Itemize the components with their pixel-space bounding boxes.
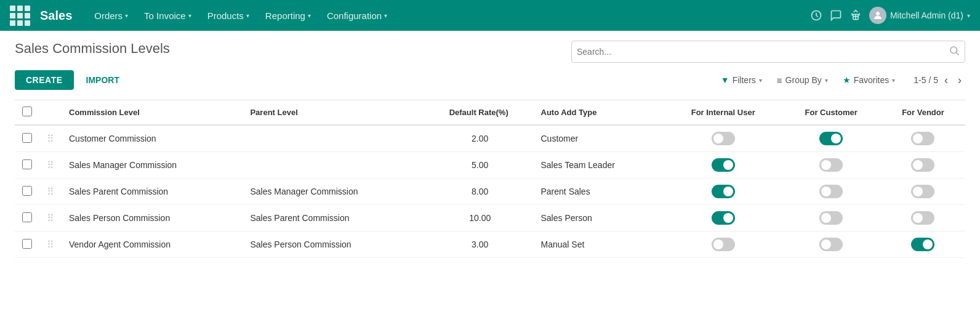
search-box[interactable]: [571, 41, 965, 63]
for-customer-cell[interactable]: [781, 125, 881, 152]
apps-grid-icon[interactable]: [10, 6, 30, 26]
col-header-for-customer[interactable]: For Customer: [781, 100, 881, 125]
commission-level-cell[interactable]: Sales Person Commission: [62, 205, 243, 231]
bug-icon[interactable]: [849, 9, 862, 22]
row-checkbox[interactable]: [22, 239, 32, 249]
for-vendor-cell[interactable]: [881, 231, 965, 258]
toggle-slider: [911, 158, 934, 172]
drag-handle-cell[interactable]: ⠿: [39, 125, 62, 152]
row-checkbox[interactable]: [22, 159, 32, 169]
for-vendor-toggle[interactable]: [911, 132, 934, 145]
svg-point-5: [950, 47, 957, 54]
drag-handle-cell[interactable]: ⠿: [39, 152, 62, 179]
col-header-for-vendor[interactable]: For Vendor: [881, 100, 965, 125]
nav-configuration[interactable]: Configuration ▾: [319, 6, 395, 26]
col-header-for-internal-user[interactable]: For Internal User: [665, 100, 781, 125]
nav-orders[interactable]: Orders ▾: [87, 6, 135, 26]
for-internal-user-cell[interactable]: [665, 125, 781, 152]
toggle-slider: [819, 238, 843, 251]
auto-add-type-cell: Parent Sales: [534, 179, 665, 205]
internal-user-toggle[interactable]: [712, 185, 735, 198]
for-internal-user-cell[interactable]: [665, 205, 781, 231]
drag-handle-cell[interactable]: ⠿: [39, 231, 62, 258]
for-internal-user-cell[interactable]: [665, 179, 781, 205]
internal-user-toggle[interactable]: [712, 158, 735, 172]
for-vendor-toggle[interactable]: [911, 158, 934, 172]
search-icon[interactable]: [949, 45, 960, 59]
table-row: ⠿ Sales Person Commission Sales Parent C…: [15, 205, 965, 231]
for-vendor-cell[interactable]: [881, 205, 965, 231]
row-checkbox[interactable]: [22, 186, 32, 196]
for-vendor-cell[interactable]: [881, 125, 965, 152]
user-menu[interactable]: Mitchell Admin (d1) ▾: [869, 7, 970, 24]
for-customer-toggle[interactable]: [819, 158, 843, 172]
col-header-auto-add-type[interactable]: Auto Add Type: [534, 100, 665, 125]
for-internal-user-cell[interactable]: [665, 152, 781, 179]
for-customer-cell[interactable]: [781, 231, 881, 258]
auto-add-type-cell: Manual Set: [534, 231, 665, 258]
for-internal-user-cell[interactable]: [665, 231, 781, 258]
for-customer-toggle[interactable]: [819, 238, 843, 251]
for-customer-cell[interactable]: [781, 179, 881, 205]
for-customer-toggle[interactable]: [819, 211, 843, 225]
drag-handle-icon[interactable]: ⠿: [47, 239, 54, 251]
toggle-slider: [712, 238, 735, 251]
internal-user-toggle[interactable]: [712, 238, 735, 251]
drag-handle-icon[interactable]: ⠿: [47, 212, 54, 224]
chat-icon[interactable]: [830, 9, 842, 22]
commission-level-cell[interactable]: Customer Commission: [62, 125, 243, 152]
row-checkbox-cell[interactable]: [15, 125, 39, 152]
chevron-down-icon: ▾: [892, 77, 895, 84]
toggle-slider: [911, 211, 934, 225]
groupby-button[interactable]: ≡ Group By ▾: [771, 71, 834, 89]
row-checkbox-cell[interactable]: [15, 152, 39, 179]
for-vendor-cell[interactable]: [881, 179, 965, 205]
pagination-next[interactable]: ›: [954, 73, 965, 88]
col-header-default-rate[interactable]: Default Rate(%): [424, 100, 534, 125]
commission-level-cell[interactable]: Sales Manager Commission: [62, 152, 243, 179]
drag-handle-icon[interactable]: ⠿: [47, 159, 54, 171]
for-customer-cell[interactable]: [781, 205, 881, 231]
row-checkbox[interactable]: [22, 133, 32, 143]
for-vendor-cell[interactable]: [881, 152, 965, 179]
for-customer-cell[interactable]: [781, 152, 881, 179]
app-brand: Sales: [40, 9, 72, 23]
row-checkbox[interactable]: [22, 212, 32, 222]
search-input[interactable]: [577, 47, 949, 57]
internal-user-toggle[interactable]: [712, 132, 735, 145]
nav-to-invoice[interactable]: To Invoice ▾: [137, 6, 199, 26]
row-checkbox-cell[interactable]: [15, 179, 39, 205]
row-checkbox-cell[interactable]: [15, 231, 39, 258]
drag-handle-cell[interactable]: ⠿: [39, 179, 62, 205]
create-button[interactable]: CREATE: [15, 70, 74, 90]
svg-point-4: [876, 12, 880, 15]
col-header-parent-level[interactable]: Parent Level: [243, 100, 424, 125]
for-vendor-toggle[interactable]: [911, 238, 934, 251]
nav-products[interactable]: Products ▾: [200, 6, 257, 26]
toggle-slider: [712, 132, 735, 145]
col-header-commission-level[interactable]: Commission Level: [62, 100, 243, 125]
table-row: ⠿ Sales Manager Commission 5.00 Sales Te…: [15, 152, 965, 179]
parent-level-cell: [243, 125, 424, 152]
row-checkbox-cell[interactable]: [15, 205, 39, 231]
commission-level-cell[interactable]: Sales Parent Commission: [62, 179, 243, 205]
for-customer-toggle[interactable]: [819, 185, 843, 198]
clock-icon[interactable]: [810, 9, 822, 22]
select-all-cell[interactable]: [15, 100, 39, 125]
drag-handle-cell[interactable]: ⠿: [39, 205, 62, 231]
favorites-button[interactable]: ★ Favorites ▾: [837, 71, 902, 89]
for-vendor-toggle[interactable]: [911, 211, 934, 225]
commission-level-cell[interactable]: Vendor Agent Commission: [62, 231, 243, 258]
select-all-checkbox[interactable]: [22, 107, 32, 116]
drag-handle-icon[interactable]: ⠿: [47, 133, 54, 145]
nav-reporting[interactable]: Reporting ▾: [258, 6, 318, 26]
toggle-slider: [911, 185, 934, 198]
list-icon: ≡: [777, 75, 782, 86]
pagination-prev[interactable]: ‹: [941, 73, 952, 88]
for-customer-toggle[interactable]: [819, 132, 843, 145]
internal-user-toggle[interactable]: [712, 211, 735, 225]
for-vendor-toggle[interactable]: [911, 185, 934, 198]
drag-handle-icon[interactable]: ⠿: [47, 186, 54, 198]
import-button[interactable]: IMPORT: [79, 70, 127, 90]
filters-button[interactable]: ▼ Filters ▾: [715, 71, 768, 89]
